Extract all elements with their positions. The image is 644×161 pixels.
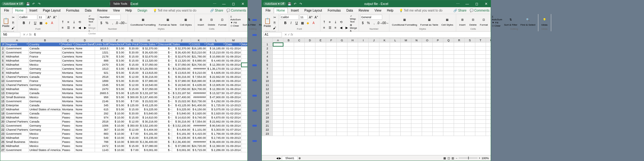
cell[interactable]: $ 5.00: [109, 103, 125, 108]
cell[interactable]: [347, 124, 358, 128]
cell[interactable]: [475, 128, 486, 132]
cell[interactable]: France: [29, 55, 61, 59]
grow-font-icon[interactable]: A^: [47, 15, 52, 20]
cell[interactable]: [294, 71, 305, 75]
col-header[interactable]: C: [294, 38, 305, 43]
cell[interactable]: [315, 47, 326, 51]
cell[interactable]: [475, 63, 486, 67]
cell[interactable]: None: [75, 87, 95, 91]
cell[interactable]: Canada: [29, 103, 61, 108]
zoom-out-icon[interactable]: −: [456, 157, 457, 160]
cell[interactable]: [443, 91, 454, 95]
cell[interactable]: 1: [241, 51, 247, 55]
enter-formula-icon[interactable]: ✓: [26, 33, 29, 36]
underline-button[interactable]: U: [33, 20, 38, 25]
cell[interactable]: $ 6,150.00: [191, 108, 207, 112]
cell[interactable]: [465, 59, 475, 63]
cell[interactable]: $ 43,125.00: [139, 103, 158, 108]
cell[interactable]: Channel Partners: [5, 128, 29, 132]
cell[interactable]: [486, 99, 491, 103]
cell[interactable]: $ 12,360.00: [207, 144, 225, 148]
table-row[interactable]: 18: [262, 112, 491, 116]
cell[interactable]: [358, 75, 369, 79]
cell[interactable]: [422, 128, 433, 132]
cell[interactable]: [411, 71, 422, 75]
cell[interactable]: [273, 71, 283, 75]
cell[interactable]: $ 7.00: [125, 132, 139, 136]
cell[interactable]: 01-06-2014: [225, 75, 241, 79]
cell[interactable]: [315, 87, 326, 91]
cell[interactable]: [390, 79, 401, 83]
cell[interactable]: [475, 51, 486, 55]
cell[interactable]: [411, 87, 422, 91]
cell[interactable]: $ 9,225.00: [139, 108, 158, 112]
cell[interactable]: Germany: [29, 128, 61, 132]
font-size-select[interactable]: [38, 15, 46, 20]
cell[interactable]: [379, 128, 390, 132]
cell[interactable]: [283, 55, 294, 59]
cell[interactable]: [369, 43, 379, 47]
cell[interactable]: [465, 112, 475, 116]
cell[interactable]: [443, 108, 454, 112]
cell[interactable]: [443, 120, 454, 124]
col-header[interactable]: N: [411, 38, 422, 43]
cell[interactable]: [401, 128, 411, 132]
cell[interactable]: [326, 99, 337, 103]
cell[interactable]: [475, 132, 486, 136]
table-header-cell[interactable]: Profit: [207, 43, 225, 47]
cell[interactable]: [315, 79, 326, 83]
cell[interactable]: [294, 67, 305, 71]
cell[interactable]: [326, 83, 337, 87]
cell[interactable]: Mexico: [29, 116, 61, 120]
save-icon[interactable]: 💾: [26, 2, 30, 6]
cell[interactable]: [315, 59, 326, 63]
cell[interactable]: 6: [241, 59, 247, 63]
cell[interactable]: $ 5.00: [109, 79, 125, 83]
table-row[interactable]: 17: [262, 108, 491, 112]
cell[interactable]: Montana: [61, 75, 75, 79]
cell[interactable]: [401, 79, 411, 83]
cell[interactable]: [315, 120, 326, 124]
shrink-font-icon[interactable]: A˅: [52, 15, 57, 20]
cell[interactable]: $ 12,350.00: [207, 63, 225, 67]
cell[interactable]: [486, 91, 491, 95]
cell[interactable]: [326, 63, 337, 67]
cell[interactable]: [337, 79, 347, 83]
cell[interactable]: $ 2,745.00: [207, 136, 225, 140]
cell[interactable]: [401, 59, 411, 63]
cell[interactable]: 2472: [95, 144, 109, 148]
font-name-select[interactable]: [280, 15, 299, 20]
cell[interactable]: Germany: [29, 124, 61, 128]
cell[interactable]: [379, 43, 390, 47]
fx-icon[interactable]: fx: [29, 33, 32, 36]
cell[interactable]: [465, 47, 475, 51]
cell[interactable]: $ 125.00: [125, 91, 139, 95]
cell[interactable]: $ 5,29,550.00: [172, 67, 191, 71]
cell[interactable]: None: [75, 79, 95, 83]
table-row[interactable]: 8MidmarketGermanyMontanaNone921$ 5.00$ 1…: [1, 71, 248, 75]
cell[interactable]: None: [75, 120, 95, 124]
cell[interactable]: 01-09-2014: [225, 144, 241, 148]
cell[interactable]: [486, 75, 491, 79]
cell[interactable]: Government: [5, 132, 29, 136]
cell[interactable]: $ -: [158, 112, 172, 116]
cell[interactable]: [294, 99, 305, 103]
cell[interactable]: 6: [241, 63, 247, 67]
cell[interactable]: [465, 99, 475, 103]
cell[interactable]: [283, 103, 294, 108]
cell[interactable]: [379, 103, 390, 108]
table-row[interactable]: 16EnterpriseCanadaMontanaNone345$ 5.00$ …: [1, 103, 248, 108]
name-box[interactable]: [2, 32, 20, 37]
cell[interactable]: [454, 87, 465, 91]
cell[interactable]: [326, 103, 337, 108]
cell[interactable]: 7: [241, 91, 247, 95]
cell[interactable]: $ 5,715.00: [191, 148, 207, 152]
cell[interactable]: [475, 59, 486, 63]
cell[interactable]: [358, 87, 369, 91]
cell[interactable]: [486, 55, 491, 59]
cell[interactable]: [486, 43, 491, 47]
cell[interactable]: [326, 59, 337, 63]
cell[interactable]: [486, 124, 491, 128]
align-right-icon[interactable]: ≡: [333, 25, 338, 30]
table-row[interactable]: 22: [262, 128, 491, 132]
